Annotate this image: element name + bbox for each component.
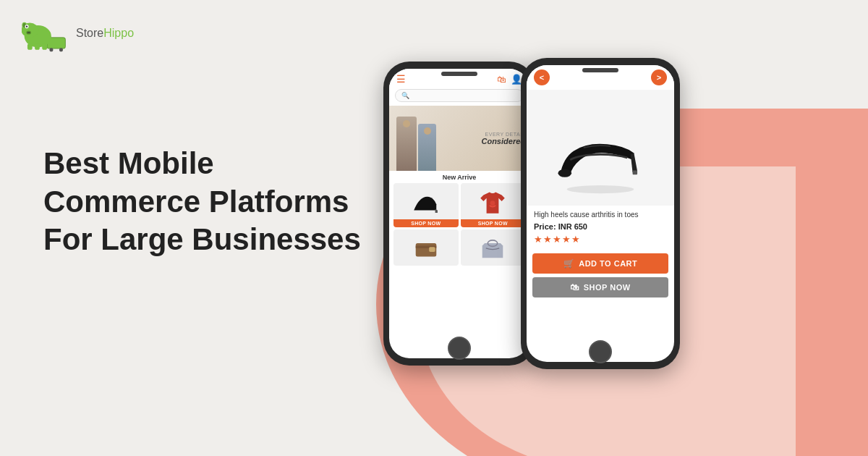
phone2-product-info: High heels cause arthritis in toes Price…	[527, 206, 674, 253]
figure2	[418, 124, 436, 171]
phone2-prev-button[interactable]: <	[534, 69, 550, 85]
phone1-speaker	[441, 72, 477, 76]
product-sweater: SHOP NOW	[461, 183, 526, 227]
phone2-product-price: Price: INR 650	[534, 222, 667, 231]
svg-point-3	[49, 48, 53, 51]
svg-rect-14	[27, 43, 33, 49]
product-wallet-img	[393, 229, 459, 266]
cart-icon: 🛒	[563, 258, 575, 269]
phone2: < > High heels cause arthri	[521, 58, 680, 369]
phone2-product-image	[527, 90, 674, 206]
svg-point-23	[567, 185, 634, 193]
figure1	[396, 117, 417, 171]
hamburger-icon: ☰	[396, 73, 406, 85]
heel-icon	[411, 186, 441, 216]
phone2-shop-now-button[interactable]: 🛍 SHOP NOW	[532, 277, 668, 297]
logo-text: StoreHippo	[76, 27, 134, 40]
phone2-shop-now-label: SHOP NOW	[584, 283, 631, 292]
banner-figures	[389, 106, 443, 171]
phone2-screen: < > High heels cause arthri	[527, 65, 674, 362]
svg-rect-15	[35, 43, 40, 49]
add-to-cart-button[interactable]: 🛒 ADD TO CART	[532, 253, 668, 274]
headline-line1: Best Mobile	[43, 146, 214, 180]
phone2-rating-stars: ★★★★★	[534, 234, 667, 245]
svg-rect-24	[633, 171, 638, 175]
svg-point-13	[29, 32, 30, 33]
phone1-home-button[interactable]	[448, 337, 471, 360]
phone1-banner: EVERY DETAIL Considered	[389, 106, 529, 171]
headline: Best Mobile Commerce Platforms For Large…	[43, 145, 361, 259]
bag-icon-btn: 🛍	[570, 282, 579, 292]
phone1-search[interactable]: 🔍	[395, 89, 524, 102]
banner-text: EVERY DETAIL Considered	[481, 132, 525, 145]
logo-icon	[22, 13, 72, 53]
product-heel-img	[393, 183, 459, 219]
add-to-cart-label: ADD TO CART	[579, 259, 637, 268]
svg-rect-21	[429, 247, 435, 252]
product-sweater-img	[461, 183, 526, 219]
high-heel-shoe-image	[546, 101, 655, 195]
svg-point-17	[27, 25, 27, 26]
svg-point-4	[59, 48, 63, 51]
product-wallet	[393, 229, 459, 266]
svg-point-12	[27, 32, 29, 33]
headline-line2: Commerce Platforms	[43, 185, 349, 219]
new-arrive-label: New Arrive	[389, 171, 529, 183]
phone1-screen: ☰ 🛍 👤 🔍 EVERY DETAIL Considered New Arri…	[389, 69, 529, 358]
product-heel: SHOP NOW	[393, 183, 459, 227]
phone2-product-title: High heels cause arthritis in toes	[534, 210, 667, 220]
product-bag	[461, 229, 526, 266]
headline-line3: For Large Businesses	[43, 222, 361, 256]
banner-every-detail: EVERY DETAIL	[481, 132, 525, 137]
bag-icon	[477, 232, 508, 263]
phone2-speaker	[582, 68, 618, 72]
phone1: ☰ 🛍 👤 🔍 EVERY DETAIL Considered New Arri…	[383, 62, 535, 366]
sweater-icon	[477, 186, 508, 216]
svg-point-18	[490, 200, 495, 206]
product-sweater-shop-now[interactable]: SHOP NOW	[461, 219, 526, 227]
search-icon: 🔍	[401, 92, 409, 99]
phone2-next-button[interactable]: >	[651, 69, 667, 85]
svg-rect-16	[42, 43, 47, 49]
phone1-bag-icon: 🛍	[497, 74, 506, 85]
banner-considered: Considered	[481, 137, 525, 145]
product-heel-shop-now[interactable]: SHOP NOW	[393, 219, 459, 227]
header: StoreHippo	[22, 13, 134, 53]
phone1-product-grid: SHOP NOW SHOP NOW	[389, 183, 529, 266]
product-bag-img	[461, 229, 526, 266]
wallet-icon	[411, 232, 441, 263]
svg-point-25	[558, 169, 572, 177]
phone2-home-button[interactable]	[589, 340, 612, 363]
phone1-nav-icons: 🛍 👤	[497, 74, 522, 85]
